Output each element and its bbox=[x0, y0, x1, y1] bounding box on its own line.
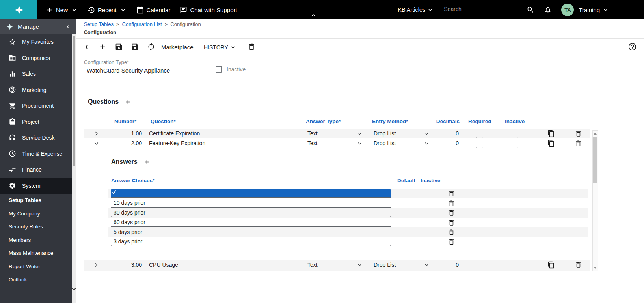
breadcrumb-link-setup-tables[interactable]: Setup Tables bbox=[84, 21, 114, 27]
app-logo[interactable] bbox=[0, 0, 37, 19]
inactive-checkbox[interactable] bbox=[512, 139, 518, 148]
sidebar-scroll-down-icon[interactable] bbox=[72, 287, 76, 291]
copy-row-button[interactable] bbox=[547, 130, 555, 137]
save-button[interactable] bbox=[115, 43, 123, 51]
refresh-button[interactable] bbox=[147, 43, 155, 51]
history-menu-button[interactable]: HISTORY bbox=[204, 44, 236, 51]
entry-method-select[interactable]: Drop List bbox=[372, 129, 430, 138]
scrollbar-thumb[interactable] bbox=[593, 137, 597, 183]
sidebar-subitem-outlook[interactable]: Outlook bbox=[0, 273, 76, 286]
inactive-checkbox[interactable] bbox=[111, 238, 391, 246]
sidebar-item-time-expense[interactable]: Time & Expense bbox=[0, 146, 76, 162]
inactive-checkbox[interactable] bbox=[111, 199, 391, 208]
entry-method-select[interactable]: Drop List bbox=[372, 139, 430, 148]
sidebar-item-sales[interactable]: Sales bbox=[0, 66, 76, 82]
expand-row-button[interactable] bbox=[93, 261, 100, 269]
sidebar-item-system[interactable]: System bbox=[0, 178, 76, 194]
sidebar-item-companies[interactable]: Companies bbox=[0, 50, 76, 66]
entry-method-select[interactable]: Drop List bbox=[372, 260, 430, 269]
delete-row-button[interactable] bbox=[575, 261, 582, 269]
inactive-checkbox[interactable] bbox=[512, 129, 518, 138]
calendar-button[interactable]: Calendar bbox=[136, 6, 171, 14]
sidebar-item-service-desk[interactable]: Service Desk bbox=[0, 130, 76, 146]
delete-answer-button[interactable] bbox=[448, 200, 455, 207]
chevron-down-icon bbox=[423, 130, 430, 137]
inactive-checkbox[interactable] bbox=[111, 218, 391, 227]
sidebar-item-procurement[interactable]: Procurement bbox=[0, 98, 76, 114]
copy-row-button[interactable] bbox=[547, 140, 555, 147]
chat-support-button[interactable]: Chat with Support bbox=[180, 6, 237, 14]
inactive-checkbox[interactable] bbox=[512, 260, 518, 269]
sidebar-subitem-report-writer[interactable]: Report Writer bbox=[0, 260, 76, 273]
sidebar-item-my-favorites[interactable]: My Favorites bbox=[0, 34, 76, 50]
back-button[interactable] bbox=[82, 42, 91, 52]
answer-type-select[interactable]: Text bbox=[306, 260, 363, 269]
decimals-input[interactable] bbox=[438, 129, 460, 138]
required-checkbox[interactable] bbox=[476, 129, 483, 138]
chevron-down-icon bbox=[356, 130, 363, 137]
new-menu-button[interactable]: New bbox=[46, 6, 78, 14]
delete-answer-button[interactable] bbox=[448, 238, 455, 246]
answer-type-select[interactable]: Text bbox=[306, 129, 363, 138]
help-button[interactable] bbox=[628, 42, 637, 51]
decimals-input[interactable] bbox=[438, 260, 460, 269]
add-question-button[interactable] bbox=[125, 99, 131, 105]
sidebar-subitem-members[interactable]: Members bbox=[0, 234, 76, 247]
question-text-input[interactable] bbox=[148, 129, 298, 138]
chevron-left-icon bbox=[82, 42, 91, 52]
sidebar-header-manage[interactable]: Manage bbox=[0, 19, 76, 34]
question-number-input[interactable] bbox=[114, 260, 143, 269]
required-checkbox[interactable] bbox=[476, 260, 483, 269]
marketplace-button[interactable]: Marketplace bbox=[161, 44, 194, 50]
collapse-row-button[interactable] bbox=[93, 140, 100, 147]
notifications-button[interactable] bbox=[544, 6, 552, 14]
inactive-label: Inactive bbox=[227, 66, 246, 73]
copy-row-button[interactable] bbox=[547, 261, 555, 269]
search-input[interactable] bbox=[444, 6, 521, 12]
delete-row-button[interactable] bbox=[575, 130, 582, 137]
delete-row-button[interactable] bbox=[575, 140, 582, 147]
inactive-checkbox[interactable] bbox=[111, 208, 391, 217]
sidebar-item-marketing[interactable]: Marketing bbox=[0, 82, 76, 98]
inactive-checkbox[interactable] bbox=[216, 66, 222, 73]
question-text-input[interactable] bbox=[148, 260, 298, 269]
delete-record-button[interactable] bbox=[248, 43, 256, 51]
sidebar-item-finance[interactable]: Finance bbox=[0, 162, 76, 178]
question-number-input[interactable] bbox=[114, 129, 143, 138]
sidebar-scrollbar-thumb[interactable] bbox=[73, 36, 75, 166]
search-button[interactable] bbox=[527, 6, 534, 14]
scroll-down-icon[interactable] bbox=[594, 267, 597, 269]
delete-answer-button[interactable] bbox=[448, 190, 455, 197]
sidebar-subitem-setup-tables[interactable]: Setup Tables bbox=[0, 194, 76, 207]
add-answer-button[interactable] bbox=[143, 159, 150, 165]
recent-menu-button[interactable]: Recent bbox=[87, 6, 127, 14]
inactive-checkbox[interactable] bbox=[111, 189, 391, 198]
question-text-input[interactable] bbox=[148, 139, 298, 148]
scroll-up-icon[interactable] bbox=[594, 133, 597, 135]
questions-scrollbar[interactable] bbox=[592, 130, 598, 271]
save-and-close-button[interactable] bbox=[131, 43, 139, 51]
required-checkbox[interactable] bbox=[476, 139, 483, 148]
avatar[interactable]: TA bbox=[561, 4, 574, 16]
sidebar-item-project[interactable]: Project bbox=[0, 114, 76, 130]
delete-answer-button[interactable] bbox=[448, 209, 455, 217]
breadcrumb-link-configuration-list[interactable]: Configuration List bbox=[122, 21, 162, 27]
sidebar-subitem-security-roles[interactable]: Security Roles bbox=[0, 220, 76, 234]
expand-row-button[interactable] bbox=[93, 130, 100, 137]
delete-answer-button[interactable] bbox=[448, 228, 455, 236]
account-menu[interactable]: Training bbox=[579, 7, 609, 13]
decimals-input[interactable] bbox=[438, 139, 460, 148]
sidebar-subitem-mass-maintenance[interactable]: Mass Maintenance bbox=[0, 247, 76, 260]
sidebar-scrollbar[interactable] bbox=[72, 34, 76, 303]
chevron-left-icon[interactable] bbox=[65, 23, 72, 30]
delete-answer-button[interactable] bbox=[448, 219, 455, 226]
inactive-checkbox[interactable] bbox=[111, 228, 391, 236]
sidebar-subitem-my-company[interactable]: My Company bbox=[0, 207, 76, 221]
question-number-input[interactable] bbox=[114, 139, 143, 148]
star-icon bbox=[9, 38, 16, 46]
add-button[interactable] bbox=[99, 43, 107, 51]
collapse-topbar-button[interactable] bbox=[310, 12, 317, 19]
answer-type-select[interactable]: Text bbox=[306, 139, 363, 148]
configuration-type-input[interactable] bbox=[84, 66, 205, 77]
kb-articles-menu[interactable]: KB Articles bbox=[398, 7, 434, 13]
